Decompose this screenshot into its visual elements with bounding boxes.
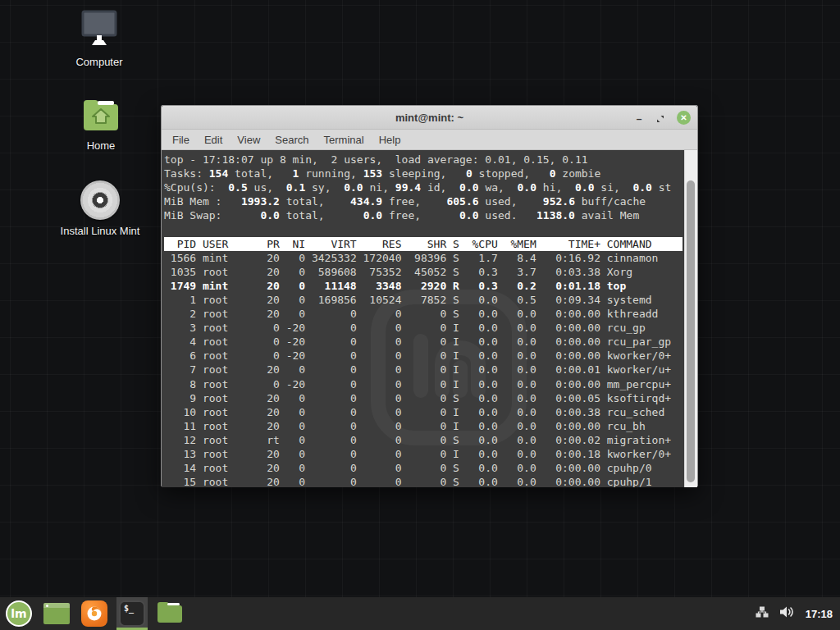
terminal-icon: $_ xyxy=(119,600,145,627)
desktop-icon-computer[interactable]: Computer xyxy=(58,10,140,68)
top-summary-line: Tasks: 154 total, 1 running, 153 sleepin… xyxy=(164,167,697,180)
show-desktop-button[interactable] xyxy=(41,597,72,630)
process-row-13: 13root200000I0.00.00:00.18kworker/0+ xyxy=(164,447,682,461)
network-icon[interactable] xyxy=(756,606,769,622)
minimize-button[interactable]: – xyxy=(634,112,644,122)
terminal-content[interactable]: top - 17:18:07 up 8 min, 2 users, load a… xyxy=(162,150,697,487)
desktop: Computer Home Install Linux Mint mint@mi… xyxy=(0,0,840,630)
column-header-cpu: %CPU xyxy=(466,237,498,251)
menu-terminal[interactable]: Terminal xyxy=(317,132,372,148)
column-header-time: TIME+ xyxy=(543,237,600,251)
process-table: 1566mint200342533217204098396S1.78.40:16… xyxy=(164,251,697,487)
menu-search[interactable]: Search xyxy=(267,132,316,148)
firefox-launcher[interactable] xyxy=(79,597,110,630)
menu-help[interactable]: Help xyxy=(372,132,409,148)
process-row-12: 12rootrt0000S0.00.00:00.02migration+ xyxy=(164,433,682,447)
install-disc-icon xyxy=(80,180,120,220)
column-header-command: COMMAND xyxy=(607,237,682,251)
menu-file[interactable]: File xyxy=(165,132,197,148)
desktop-icon-home[interactable]: Home xyxy=(58,97,144,152)
files-folder-icon xyxy=(157,601,183,626)
menu-view[interactable]: View xyxy=(230,132,267,148)
top-summary-line: %Cpu(s): 0.5 us, 0.1 sy, 0.0 ni, 99.4 id… xyxy=(164,180,697,194)
mint-menu-icon: lm xyxy=(6,600,32,627)
process-row-15: 15root200000S0.00.00:00.00cpuhp/1 xyxy=(164,475,682,487)
process-row-1749: 1749mint2001114833482920R0.30.20:01.18to… xyxy=(164,279,682,293)
scrollbar-thumb[interactable] xyxy=(687,180,695,482)
top-summary: top - 17:18:07 up 8 min, 2 users, load a… xyxy=(164,153,697,222)
home-folder-icon xyxy=(81,97,121,135)
process-table-header: PIDUSERPRNIVIRTRESSHRS%CPU%MEMTIME+COMMA… xyxy=(164,237,682,251)
process-row-1566: 1566mint200342533217204098396S1.78.40:16… xyxy=(164,251,682,265)
maximize-button[interactable] xyxy=(655,112,665,122)
top-summary-line: MiB Mem : 1993.2 total, 434.9 free, 605.… xyxy=(164,194,697,208)
window-titlebar[interactable]: mint@mint: ~ – ✕ xyxy=(162,106,697,130)
files-launcher[interactable] xyxy=(154,597,185,630)
terminal-window: mint@mint: ~ – ✕ FileEditViewSearchTermi… xyxy=(161,105,698,486)
process-row-1: 1root200169856105247852S0.00.50:09.34sys… xyxy=(164,293,682,307)
process-row-9: 9root200000S0.00.00:00.05ksoftirqd+ xyxy=(164,391,682,405)
process-row-11: 11root200000I0.00.00:00.00rcu_bh xyxy=(164,419,682,433)
process-row-8: 8root0-20000I0.00.00:00.00mm_percpu+ xyxy=(164,377,682,391)
top-summary-line: top - 17:18:07 up 8 min, 2 users, load a… xyxy=(164,153,697,167)
desktop-icon-label: Computer xyxy=(75,56,122,68)
column-header-pr: PR xyxy=(260,237,279,251)
firefox-icon xyxy=(81,600,107,627)
column-header-virt: VIRT xyxy=(312,237,357,251)
top-summary-line: MiB Swap: 0.0 total, 0.0 free, 0.0 used.… xyxy=(164,208,697,222)
process-row-2: 2root200000S0.00.00:00.00kthreadd xyxy=(164,307,682,321)
top-output: top - 17:18:07 up 8 min, 2 users, load a… xyxy=(162,150,697,487)
column-header-s: S xyxy=(453,237,459,251)
clock[interactable]: 17:18 xyxy=(806,608,833,620)
process-row-6: 6root0-20000I0.00.00:00.00kworker/0+ xyxy=(164,349,682,363)
mint-menu-button[interactable]: lm xyxy=(3,597,34,630)
column-header-shr: SHR xyxy=(408,237,446,251)
taskbar: lm $_ xyxy=(0,597,840,630)
computer-icon xyxy=(78,10,121,51)
close-icon: ✕ xyxy=(680,113,687,122)
column-header-ni: NI xyxy=(286,237,305,251)
process-row-4: 4root0-20000I0.00.00:00.00rcu_par_gp xyxy=(164,335,682,349)
volume-icon[interactable] xyxy=(779,605,795,622)
terminal-scrollbar[interactable] xyxy=(684,150,697,487)
maximize-icon xyxy=(655,114,665,124)
column-header-mem: %MEM xyxy=(504,237,536,251)
close-button[interactable]: ✕ xyxy=(677,111,691,125)
show-desktop-icon xyxy=(43,603,70,624)
process-row-7: 7root200000I0.00.00:00.01kworker/u+ xyxy=(164,363,682,377)
desktop-icon-label: Install Linux Mint xyxy=(61,225,140,237)
menu-edit[interactable]: Edit xyxy=(197,132,230,148)
terminal-task-button[interactable]: $_ xyxy=(116,597,148,630)
process-row-14: 14root200000S0.00.00:00.00cpuhp/0 xyxy=(164,461,682,475)
desktop-icon-install-linux-mint[interactable]: Install Linux Mint xyxy=(38,180,162,237)
desktop-icon-label: Home xyxy=(87,139,116,152)
process-row-10: 10root200000I0.00.00:00.38rcu_sched xyxy=(164,405,682,419)
window-title: mint@mint: ~ xyxy=(162,112,697,124)
column-header-pid: PID xyxy=(164,237,196,251)
process-row-3: 3root0-20000I0.00.00:00.00rcu_gp xyxy=(164,321,682,335)
menu-bar: FileEditViewSearchTerminalHelp xyxy=(162,130,697,150)
process-row-1035: 1035root2005896087535245052S0.33.70:03.3… xyxy=(164,265,682,279)
column-header-res: RES xyxy=(363,237,402,251)
column-header-user: USER xyxy=(203,237,254,251)
